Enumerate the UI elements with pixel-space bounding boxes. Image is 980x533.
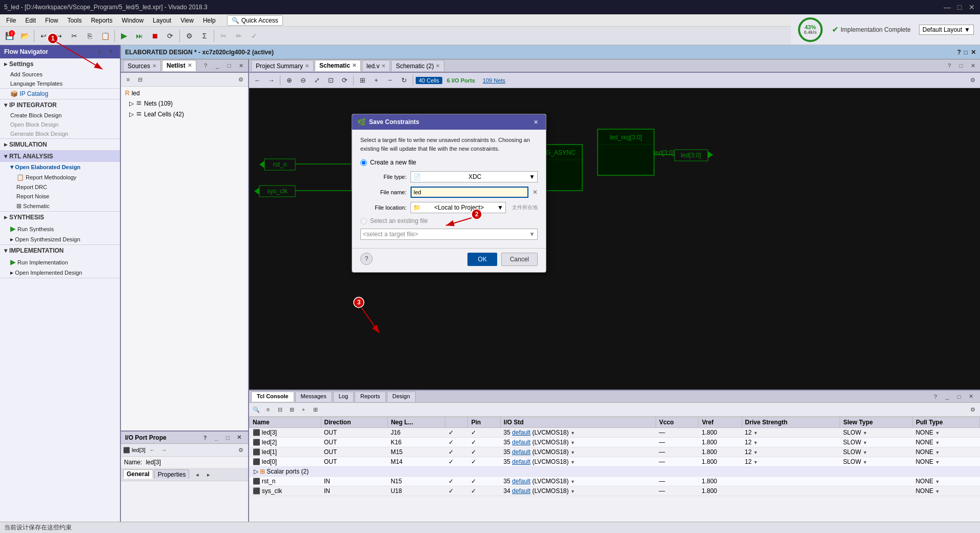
save-button[interactable]: 💾 xyxy=(2,29,16,43)
dialog-help-button[interactable]: ? xyxy=(360,253,373,265)
open-button[interactable]: 📂 xyxy=(17,29,32,43)
tab-project-summary[interactable]: Project Summary ✕ xyxy=(251,60,314,71)
menu-file[interactable]: File xyxy=(2,16,20,25)
menu-help[interactable]: Help xyxy=(199,16,220,25)
select-target-dropdown[interactable]: <select a target file> ▼ xyxy=(360,229,538,240)
netlist-tool1[interactable]: ≡ xyxy=(123,74,133,85)
bottom-min-icon[interactable]: _ xyxy=(942,392,952,402)
bottom-help-icon[interactable]: ? xyxy=(930,392,941,402)
copy-button[interactable]: ⎘ xyxy=(83,29,97,43)
nav-settings-header[interactable]: ▸ Settings xyxy=(0,58,120,70)
source-max-icon[interactable]: □ xyxy=(224,60,234,71)
netlist-nets[interactable]: ▷ 〓 Nets (109) xyxy=(121,98,248,109)
nav-report-methodology[interactable]: 📋 Report Methodology xyxy=(0,172,120,182)
nav-synthesis-header[interactable]: ▸ SYNTHESIS xyxy=(0,212,120,223)
sch-forward-button[interactable]: → xyxy=(265,74,277,87)
save-dialog-close-button[interactable]: ✕ xyxy=(530,117,541,127)
menu-reports[interactable]: Reports xyxy=(87,16,116,25)
select-existing-radio[interactable] xyxy=(360,218,367,224)
menu-window[interactable]: Window xyxy=(117,16,148,25)
menu-tools[interactable]: Tools xyxy=(63,16,86,25)
close-button[interactable]: ✕ xyxy=(968,3,976,11)
netlist-tab-close[interactable]: ✕ xyxy=(188,63,192,68)
tab-sources[interactable]: Sources ✕ xyxy=(123,60,161,71)
menu-layout[interactable]: Layout xyxy=(149,16,175,25)
tab-reports[interactable]: Reports xyxy=(355,392,386,402)
io-arrow-left[interactable]: ← xyxy=(147,445,157,455)
nav-implementation-header[interactable]: ▾ IMPLEMENTATION xyxy=(0,245,120,256)
tab-log[interactable]: Log xyxy=(333,392,354,402)
sch-zoom-in-button[interactable]: ⊕ xyxy=(283,74,295,87)
maximize-button[interactable]: □ xyxy=(955,3,964,11)
restart-button[interactable]: ⟳ xyxy=(163,29,177,43)
sch-zoom-sel-button[interactable]: ⊡ xyxy=(324,74,337,87)
tab-design[interactable]: Design xyxy=(387,392,416,402)
undo-button[interactable]: ↩ xyxy=(36,29,51,43)
menu-edit[interactable]: Edit xyxy=(21,16,40,25)
nav-open-synthesized-design[interactable]: ▸ Open Synthesized Design xyxy=(0,234,120,244)
io-max-icon[interactable]: □ xyxy=(222,433,233,443)
run-button[interactable]: ▶ xyxy=(117,29,131,43)
create-new-radio[interactable] xyxy=(360,159,367,166)
table-collapse-icon[interactable]: ≡ xyxy=(263,404,273,415)
schematic-float-icon[interactable]: □ xyxy=(956,60,966,71)
dialog-cancel-button[interactable]: Cancel xyxy=(501,253,538,266)
table-add-icon[interactable]: + xyxy=(298,404,309,415)
source-help-icon[interactable]: ? xyxy=(200,60,211,71)
header-float-icon[interactable]: □ xyxy=(964,49,968,56)
schematic-help-icon[interactable]: ? xyxy=(944,60,954,71)
tab-led-v[interactable]: led.v ✕ xyxy=(362,60,390,71)
netlist-settings[interactable]: ⚙ xyxy=(236,74,246,85)
menu-flow[interactable]: Flow xyxy=(41,16,62,25)
file-type-select[interactable]: 📄 XDC ▼ xyxy=(411,171,538,182)
sch-back-button[interactable]: ← xyxy=(251,74,263,87)
table-search-icon[interactable]: 🔍 xyxy=(251,404,261,415)
sch-minus-button[interactable]: − xyxy=(384,74,396,87)
netlist-root[interactable]: R led xyxy=(121,89,248,98)
cells-badge[interactable]: 40 Cells xyxy=(416,77,442,84)
sch-add-button[interactable]: + xyxy=(370,74,382,87)
pen-button[interactable]: ✏ xyxy=(232,29,246,43)
nets-badge[interactable]: 109 Nets xyxy=(480,77,508,84)
table-grid-icon[interactable]: ⊞ xyxy=(287,404,297,415)
dialog-ok-button[interactable]: OK xyxy=(467,253,497,266)
nav-create-block-design[interactable]: Create Block Design xyxy=(0,111,120,120)
layout-selector[interactable]: Default Layout ▼ xyxy=(919,25,974,35)
file-location-select[interactable]: 📁 <Local to Project> ▼ xyxy=(411,202,506,213)
nav-run-synthesis[interactable]: ▶ Run Synthesis xyxy=(0,223,120,234)
bottom-close-icon[interactable]: ✕ xyxy=(966,392,976,402)
io-arrow-right[interactable]: → xyxy=(159,445,169,455)
io-min-icon[interactable]: _ xyxy=(211,433,221,443)
io-help-icon[interactable]: ? xyxy=(200,433,210,443)
netlist-leaf-cells[interactable]: ▷ 〓 Leaf Cells (42) xyxy=(121,109,248,119)
header-close-icon[interactable]: ✕ xyxy=(971,49,976,56)
schematic-2-close[interactable]: ✕ xyxy=(436,63,440,69)
nav-simulation-header[interactable]: ▸ SIMULATION xyxy=(0,139,120,150)
nav-run-implementation[interactable]: ▶ Run Implementation xyxy=(0,256,120,268)
nav-ip-catalog[interactable]: 📦 IP Catalog xyxy=(0,89,120,99)
io-ports-badge[interactable]: 6 I/O Ports xyxy=(444,77,478,84)
quick-access[interactable]: 🔍 Quick Access xyxy=(227,15,283,26)
sch-refresh-button[interactable]: ⟳ xyxy=(338,74,351,87)
io-settings[interactable]: ⚙ xyxy=(236,445,246,455)
io-tab-properties[interactable]: Properties xyxy=(154,469,190,479)
nav-report-drc[interactable]: Report DRC xyxy=(0,182,120,192)
sources-tab-close[interactable]: ✕ xyxy=(152,63,156,69)
cut2-button[interactable]: ✂ xyxy=(216,29,231,43)
sch-fit-button[interactable]: ⤢ xyxy=(311,74,323,87)
source-close-icon[interactable]: ✕ xyxy=(236,60,246,71)
schematic-close-icon[interactable]: ✕ xyxy=(968,60,978,71)
nav-ip-integrator-header[interactable]: ▾ IP INTEGRATOR xyxy=(0,99,120,111)
header-help-icon[interactable]: ? xyxy=(957,49,961,56)
menu-view[interactable]: View xyxy=(176,16,198,25)
bottom-max-icon[interactable]: □ xyxy=(954,392,964,402)
tab-messages[interactable]: Messages xyxy=(295,392,332,402)
table-expand-icon[interactable]: ⊟ xyxy=(275,404,285,415)
stop-button[interactable]: ⏹ xyxy=(148,29,162,43)
nav-add-sources[interactable]: Add Sources xyxy=(0,70,120,79)
sch-settings-icon[interactable]: ⚙ xyxy=(968,75,978,86)
nav-language-templates[interactable]: Language Templates xyxy=(0,79,120,88)
sch-grid-button[interactable]: ⊞ xyxy=(356,74,369,87)
clear-input-icon[interactable]: ✕ xyxy=(533,189,538,196)
redo-button[interactable]: ↪ xyxy=(52,29,66,43)
